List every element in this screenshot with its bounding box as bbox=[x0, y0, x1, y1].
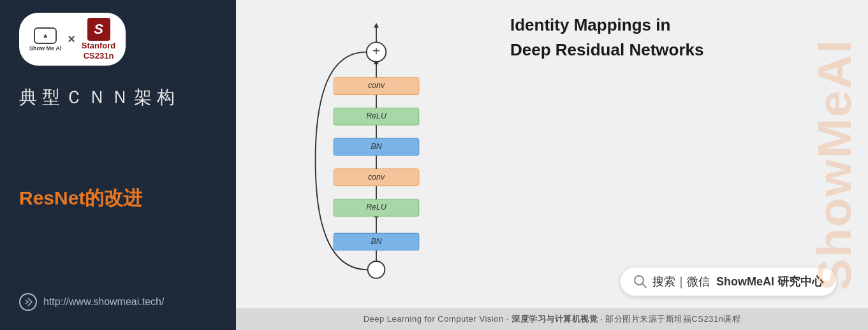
svg-text:BN: BN bbox=[371, 142, 381, 151]
stanford-logo: S StanfordCS231n bbox=[82, 18, 115, 61]
showmeai-icon bbox=[34, 27, 57, 44]
main-content: ShowMeAI BN ReLU bbox=[236, 0, 868, 330]
website-link[interactable]: http://www.showmeai.tech/ bbox=[19, 293, 217, 317]
svg-text:+: + bbox=[372, 43, 380, 58]
sidebar: Show Me Al × S StanfordCS231n 典型ＣＮＮ架构 Re… bbox=[0, 0, 236, 330]
subtitle: ResNet的改进 bbox=[19, 185, 217, 212]
footer-text: Deep Learning for Computer Vision · 深度学习… bbox=[364, 314, 741, 324]
svg-text:BN: BN bbox=[371, 237, 381, 246]
network-diagram: BN ReLU conv BN bbox=[287, 20, 466, 288]
showmeai-logo: Show Me Al bbox=[29, 27, 61, 52]
stanford-text: StanfordCS231n bbox=[82, 41, 115, 61]
link-icon bbox=[19, 293, 37, 311]
x-sign: × bbox=[68, 32, 75, 47]
svg-marker-29 bbox=[374, 23, 379, 28]
paper-title-line2: Deep Residual Networks bbox=[510, 40, 703, 59]
website-url: http://www.showmeai.tech/ bbox=[43, 296, 164, 308]
svg-text:conv: conv bbox=[368, 173, 385, 182]
logo-area: Show Me Al × S StanfordCS231n bbox=[19, 13, 126, 66]
svg-text:ReLU: ReLU bbox=[366, 111, 387, 120]
search-label: 搜索｜微信 ShowMeAI 研究中心 bbox=[652, 274, 823, 289]
search-icon bbox=[633, 275, 647, 289]
svg-text:ReLU: ReLU bbox=[366, 203, 387, 212]
footer: Deep Learning for Computer Vision · 深度学习… bbox=[236, 308, 868, 330]
diagram-area: BN ReLU conv BN bbox=[255, 13, 497, 296]
text-area: Identity Mappings in Deep Residual Netwo… bbox=[497, 13, 849, 296]
search-badge[interactable]: 搜索｜微信 ShowMeAI 研究中心 bbox=[621, 268, 836, 296]
main-title: 典型ＣＮＮ架构 bbox=[19, 85, 217, 110]
svg-line-31 bbox=[642, 284, 646, 288]
content-area: BN ReLU conv BN bbox=[236, 0, 868, 308]
svg-point-0 bbox=[368, 261, 385, 278]
paper-title: Identity Mappings in Deep Residual Netwo… bbox=[510, 13, 836, 62]
stanford-s-icon: S bbox=[87, 18, 110, 41]
paper-title-line1: Identity Mappings in bbox=[510, 15, 670, 34]
showmeai-label: Show Me Al bbox=[29, 45, 61, 52]
svg-text:conv: conv bbox=[368, 81, 385, 90]
